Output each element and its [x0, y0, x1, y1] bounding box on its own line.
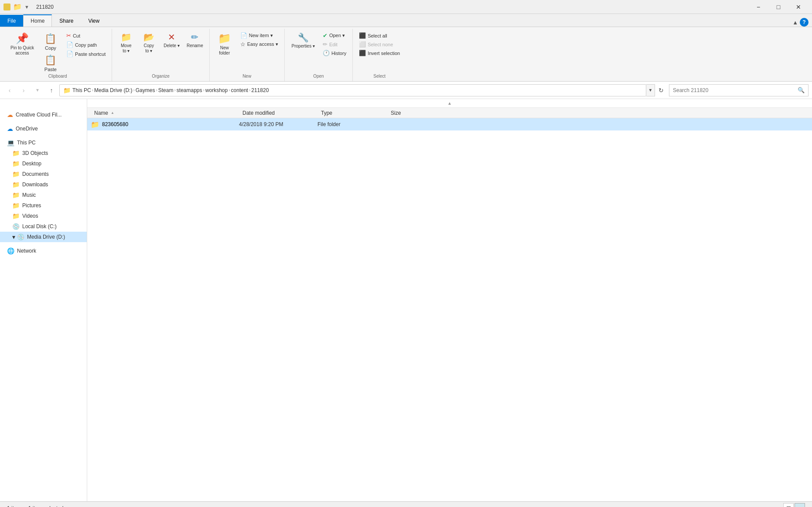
open-button[interactable]: ✔ Open ▾: [320, 31, 349, 40]
tab-share[interactable]: Share: [52, 15, 81, 27]
sidebar-label-videos: Videos: [22, 213, 38, 219]
address-dropdown-button[interactable]: ▼: [646, 84, 655, 96]
paste-button[interactable]: 📋 Paste: [39, 53, 62, 74]
recent-button[interactable]: ▼: [31, 84, 44, 96]
breadcrumb-steam[interactable]: Steam: [158, 87, 174, 93]
history-label: History: [331, 51, 346, 56]
sidebar-item-desktop[interactable]: 📁 Desktop: [0, 158, 87, 169]
sidebar-item-this-pc[interactable]: 💻 This PC: [0, 137, 87, 148]
sidebar-item-videos[interactable]: 📁 Videos: [0, 211, 87, 221]
sidebar-label-documents: Documents: [22, 171, 49, 177]
col-header-size[interactable]: Size: [387, 108, 440, 118]
ribbon-expand: ▲ ?: [792, 18, 812, 27]
properties-button[interactable]: 🔧 Properties ▾: [288, 31, 318, 50]
list-view-button[interactable]: ≡: [795, 503, 805, 507]
breadcrumb-content[interactable]: content: [231, 87, 248, 93]
search-bar[interactable]: 🔍: [669, 84, 809, 96]
sidebar-item-onedrive[interactable]: ☁ OneDrive: [0, 123, 87, 134]
copy-button[interactable]: 📋 Copy: [39, 31, 62, 52]
breadcrumb-workshop[interactable]: workshop: [205, 87, 228, 93]
edit-button[interactable]: ✏ Edit: [320, 40, 349, 48]
col-header-type[interactable]: Type: [317, 108, 387, 118]
breadcrumb-steamapps[interactable]: steamapps: [177, 87, 202, 93]
file-name-label: 823605680: [102, 121, 128, 127]
breadcrumb-this-pc[interactable]: This PC: [72, 87, 91, 93]
properties-label: Properties ▾: [292, 44, 315, 48]
sidebar-item-music[interactable]: 📁 Music: [0, 190, 87, 200]
delete-button[interactable]: ✕ Delete ▾: [161, 31, 182, 50]
open-group-label: Open: [313, 74, 324, 79]
ribbon-group-open: 🔧 Properties ▾ ✔ Open ▾ ✏ Edit 🕐 History…: [285, 29, 353, 81]
copy-path-button[interactable]: 📄 Copy path: [64, 41, 108, 49]
folder-icon: 📁: [13, 3, 22, 11]
sidebar-item-network[interactable]: 🌐 Network: [0, 246, 87, 256]
ribbon-group-select: ⬛ Select all ⬜ Select none ⬛ Invert sele…: [353, 29, 406, 81]
sidebar-item-pictures[interactable]: 📁 Pictures: [0, 200, 87, 211]
paste-shortcut-button[interactable]: 📄 Paste shortcut: [64, 50, 108, 58]
easy-access-label: Easy access ▾: [247, 41, 278, 47]
desktop-icon: 📁: [12, 160, 20, 167]
file-list-area: ▲ Name Date modified Type Size 📁 8236056…: [87, 99, 812, 501]
new-items: 📁 Newfolder 📄 New item ▾ ☆ Easy access ▾: [213, 31, 281, 74]
select-all-icon: ⬛: [359, 32, 366, 39]
col-header-name[interactable]: Name: [91, 108, 239, 118]
sidebar-item-documents[interactable]: 📁 Documents: [0, 169, 87, 179]
tab-view[interactable]: View: [81, 15, 107, 27]
col-header-date[interactable]: Date modified: [239, 108, 317, 118]
sidebar-item-downloads[interactable]: 📁 Downloads: [0, 179, 87, 190]
rename-button[interactable]: ✏ Rename: [184, 31, 206, 49]
forward-button[interactable]: ›: [17, 84, 30, 96]
search-input[interactable]: [673, 87, 798, 93]
open-small-col: ✔ Open ▾ ✏ Edit 🕐 History: [320, 31, 349, 57]
details-view-button[interactable]: ⊞: [783, 503, 794, 507]
breadcrumb-bar[interactable]: 📁 This PC › Media Drive (D:) › Gaymes › …: [59, 84, 646, 96]
select-all-button[interactable]: ⬛ Select all: [356, 31, 403, 40]
status-bar: 1 item 1 item selected ⊞ ≡: [0, 501, 812, 507]
history-button[interactable]: 🕐 History: [320, 49, 349, 57]
quick-access-icon: [3, 3, 10, 10]
close-button[interactable]: ✕: [788, 0, 809, 14]
sidebar-item-media-drive[interactable]: ▾ 💿 Media Drive (D:): [0, 232, 87, 242]
table-row[interactable]: 📁 823605680 4/28/2018 9:20 PM File folde…: [87, 118, 812, 130]
refresh-button[interactable]: ↻: [655, 84, 667, 96]
sort-indicator[interactable]: ▲: [447, 101, 452, 106]
cut-button[interactable]: ✂ Cut: [64, 31, 108, 40]
new-item-label: New item ▾: [249, 33, 273, 38]
tab-file[interactable]: File: [0, 15, 23, 27]
new-item-button[interactable]: 📄 New item ▾: [238, 31, 281, 40]
collapse-ribbon-icon[interactable]: ▲: [792, 19, 798, 26]
new-folder-button[interactable]: 📁 Newfolder: [213, 31, 236, 58]
sidebar-item-3d-objects[interactable]: 📁 3D Objects: [0, 148, 87, 158]
new-item-icon: 📄: [240, 32, 247, 39]
dropdown-arrow[interactable]: ▼: [24, 4, 29, 10]
invert-selection-button[interactable]: ⬛ Invert selection: [356, 49, 403, 57]
minimize-button[interactable]: −: [748, 0, 768, 14]
copy-to-button[interactable]: 📂 Copyto ▾: [138, 31, 159, 55]
breadcrumb-gaymes[interactable]: Gaymes: [136, 87, 155, 93]
maximize-button[interactable]: □: [768, 0, 788, 14]
file-date-cell: 4/28/2018 9:20 PM: [239, 121, 317, 127]
search-icon: 🔍: [798, 87, 805, 93]
up-button[interactable]: ↑: [45, 84, 58, 96]
breadcrumb-211820[interactable]: 211820: [251, 87, 269, 93]
help-icon[interactable]: ?: [800, 18, 809, 27]
delete-label: Delete ▾: [164, 43, 180, 48]
title-controls: − □ ✕: [748, 0, 809, 14]
cut-label: Cut: [73, 33, 80, 38]
select-none-button[interactable]: ⬜ Select none: [356, 40, 403, 48]
column-headers: Name Date modified Type Size: [87, 108, 812, 118]
pin-quick-access-button[interactable]: 📌 Pin to Quickaccess: [7, 31, 38, 58]
sidebar-label-media-drive: Media Drive (D:): [27, 234, 65, 240]
back-button[interactable]: ‹: [3, 84, 16, 96]
breadcrumb-media-drive[interactable]: Media Drive (D:): [94, 87, 132, 93]
select-all-label: Select all: [368, 33, 387, 38]
sidebar-label-network: Network: [17, 248, 36, 254]
sidebar-item-local-disk[interactable]: 💿 Local Disk (C:): [0, 221, 87, 232]
easy-access-button[interactable]: ☆ Easy access ▾: [238, 40, 281, 48]
sidebar-item-creative-cloud[interactable]: ☁ Creative Cloud Fil...: [0, 110, 87, 120]
ribbon-tabs: File Home Share View ▲ ?: [0, 14, 812, 27]
tab-home[interactable]: Home: [23, 14, 52, 27]
clipboard-items: 📌 Pin to Quickaccess 📋 Copy 📋 Paste ✂ Cu…: [7, 31, 108, 74]
move-to-button[interactable]: 📁 Moveto ▾: [116, 31, 136, 55]
open-label: Open ▾: [329, 33, 345, 38]
